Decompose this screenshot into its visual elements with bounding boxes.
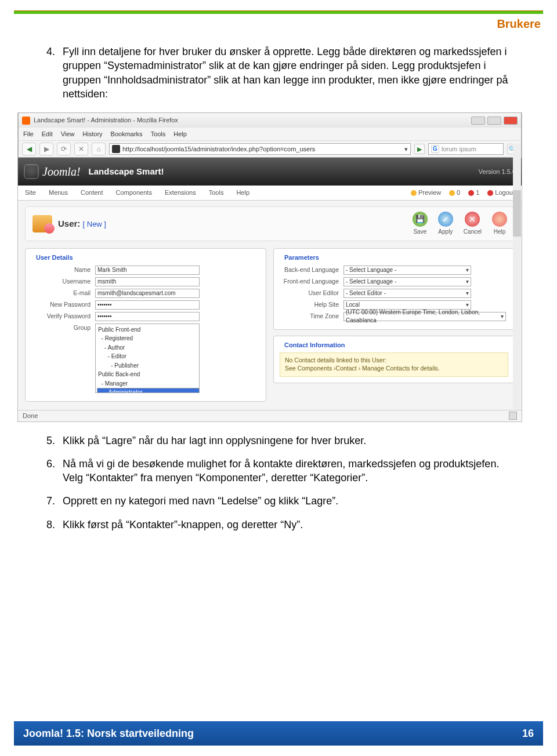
help-icon — [492, 212, 507, 227]
joomla-swirl-icon — [24, 164, 39, 179]
felang-select[interactable]: - Select Language - — [343, 277, 471, 286]
group-option-selected[interactable]: - Administrator — [97, 388, 200, 393]
reload-button[interactable]: ⟳ — [57, 143, 71, 155]
window-controls[interactable] — [471, 117, 518, 125]
firefox-icon — [22, 117, 30, 125]
group-listbox[interactable]: Public Front-end - Registered - Author -… — [95, 324, 200, 393]
parameters-panel: Parameters Back-end Language- Select Lan… — [273, 248, 515, 402]
menu-tools[interactable]: Tools — [151, 130, 166, 139]
vertical-scrollbar[interactable] — [513, 144, 521, 409]
tz-label: Time Zone — [280, 312, 343, 320]
search-placeholder: lorum ipsum — [442, 145, 476, 154]
menu-content[interactable]: Content — [81, 188, 103, 197]
group-option[interactable]: - Publisher — [97, 361, 198, 370]
belang-select[interactable]: - Select Language - — [343, 266, 471, 275]
version-label: Version 1.5.0 — [479, 168, 516, 176]
group-option[interactable]: Public Front-end — [97, 325, 198, 335]
preview-link[interactable]: Preview — [411, 188, 441, 197]
forward-button[interactable]: ▶ — [39, 143, 53, 155]
logout-link[interactable]: Logout — [487, 188, 515, 197]
maximize-button[interactable] — [487, 117, 501, 125]
menu-view[interactable]: View — [61, 130, 75, 139]
status-text: Done — [23, 412, 38, 420]
browser-toolbar: ◀ ▶ ⟳ ✕ ⌂ http://localhost/joomla15/admi… — [18, 140, 522, 158]
back-button[interactable]: ◀ — [22, 143, 36, 155]
helpsite-label: Help Site — [280, 300, 343, 308]
contact-legend: Contact Information — [282, 341, 348, 350]
newpw-label: New Password — [31, 300, 95, 308]
step-text: Opprett en ny kategori med navn “Ledelse… — [63, 494, 338, 508]
user-details-panel: User Details NameMark Smith Usernamemsmi… — [25, 248, 266, 402]
menu-edit[interactable]: Edit — [42, 130, 53, 139]
user-details-legend: User Details — [34, 253, 75, 262]
contact-note: No Contact details linked to this User: … — [280, 352, 508, 376]
group-option[interactable]: - Editor — [97, 352, 198, 361]
email-input[interactable]: msmith@landscapesmart.com — [95, 289, 200, 298]
step-7: 7. Opprett en ny kategori med navn “Lede… — [46, 494, 516, 508]
menu-bookmarks[interactable]: Bookmarks — [111, 130, 143, 139]
home-button[interactable]: ⌂ — [92, 143, 106, 155]
admin-menubar[interactable]: Site Menus Content Components Extensions… — [18, 186, 522, 201]
browser-menubar[interactable]: File Edit View History Bookmarks Tools H… — [18, 128, 522, 140]
group-option[interactable]: - Registered — [97, 334, 198, 343]
statusbar-grip — [509, 412, 517, 420]
step-text: Klikk på “Lagre” når du har lagt inn opp… — [63, 434, 366, 448]
editor-select[interactable]: - Select Editor - — [343, 289, 471, 298]
step-number: 7. — [46, 494, 63, 508]
menu-extensions[interactable]: Extensions — [165, 188, 196, 197]
apply-button[interactable]: Apply — [438, 212, 453, 236]
verifypw-label: Verify Password — [31, 312, 95, 320]
step-5: 5. Klikk på “Lagre” når du har lagt inn … — [46, 434, 516, 448]
browser-statusbar: Done — [18, 410, 522, 421]
scrollbar-thumb[interactable] — [513, 190, 521, 237]
menu-history[interactable]: History — [82, 130, 102, 139]
menu-help[interactable]: Help — [173, 130, 187, 139]
page-footer: Joomla! 1.5: Norsk startveiledning 16 — [14, 721, 543, 746]
step-6: 6. Nå må vi gi de besøkende mulighet for… — [46, 457, 516, 485]
step-text: Klikk først på “Kontakter”-knappen, og d… — [63, 518, 303, 532]
apply-icon — [438, 212, 453, 227]
contact-note-line1: No Contact details linked to this User: — [285, 357, 503, 365]
new-badge: [ New ] — [83, 220, 106, 228]
users-count[interactable]: 1 — [468, 188, 479, 197]
admin-body: User: [ New ] Save Apply Cancel Help Use… — [18, 201, 522, 409]
contact-note-line2: See Components ›Contact › Manage Contact… — [285, 365, 503, 373]
group-option[interactable]: - Manager — [97, 379, 198, 388]
help-button[interactable]: Help — [492, 212, 507, 236]
search-box[interactable]: G lorum ipsum — [428, 143, 504, 155]
save-button[interactable]: Save — [413, 212, 428, 236]
menu-site[interactable]: Site — [25, 188, 36, 197]
toolbar-actions: Save Apply Cancel Help — [413, 212, 507, 236]
close-button[interactable] — [504, 117, 518, 125]
step-8: 8. Klikk først på “Kontakter”-knappen, o… — [46, 518, 516, 532]
step-number: 6. — [46, 457, 63, 485]
footer-title: Joomla! 1.5: Norsk startveiledning — [23, 728, 194, 740]
menu-help-admin[interactable]: Help — [236, 188, 249, 197]
verifypw-input[interactable]: ••••••• — [95, 312, 200, 321]
editor-label: User Editor — [280, 289, 343, 297]
messages-count[interactable]: 0 — [449, 188, 460, 197]
step-text: Fyll inn detaljene for hver bruker du øn… — [63, 45, 516, 101]
go-button[interactable]: ▶ — [414, 144, 425, 154]
embedded-screenshot: Landscape Smart! - Administration - Mozi… — [17, 112, 522, 421]
header-rule — [14, 10, 543, 14]
email-label: E-mail — [31, 289, 95, 297]
minimize-button[interactable] — [471, 117, 485, 125]
tz-select[interactable]: (UTC 00:00) Western Europe Time, London,… — [343, 312, 506, 321]
group-option[interactable]: - Author — [97, 343, 198, 352]
menu-file[interactable]: File — [23, 130, 34, 139]
cancel-button[interactable]: Cancel — [464, 212, 482, 236]
stop-button[interactable]: ✕ — [74, 143, 88, 155]
name-input[interactable]: Mark Smith — [95, 266, 200, 275]
section-header: Brukere — [0, 17, 541, 31]
dropdown-icon[interactable]: ▾ — [404, 145, 408, 154]
address-bar[interactable]: http://localhost/joomla15/administrator/… — [109, 143, 411, 155]
menu-tools[interactable]: Tools — [209, 188, 224, 197]
newpw-input[interactable]: ••••••• — [95, 300, 200, 310]
group-option[interactable]: Public Back-end — [97, 370, 198, 379]
menu-components[interactable]: Components — [116, 188, 152, 197]
menu-menus[interactable]: Menus — [49, 188, 68, 197]
joomla-header: Joomla! Landscape Smart! Version 1.5.0 — [18, 158, 522, 186]
joomla-logo: Joomla! — [24, 164, 81, 180]
username-input[interactable]: msmith — [95, 277, 200, 286]
